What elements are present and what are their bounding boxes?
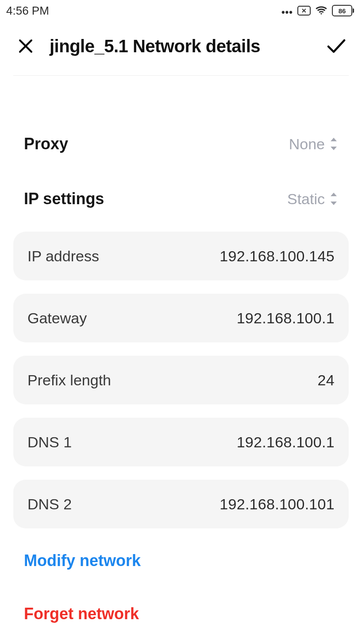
chevron-updown-icon bbox=[329, 193, 338, 205]
status-time: 4:56 PM bbox=[6, 4, 49, 18]
ip-settings-value-select: Static bbox=[287, 190, 338, 208]
prefix-length-value: 24 bbox=[318, 372, 335, 389]
close-button[interactable] bbox=[13, 34, 38, 58]
dns2-label: DNS 2 bbox=[27, 496, 72, 513]
header: jingle_5.1 Network details bbox=[0, 21, 362, 75]
chevron-updown-icon bbox=[329, 138, 338, 150]
prefix-length-field[interactable]: Prefix length 24 bbox=[13, 356, 349, 404]
proxy-value-select: None bbox=[289, 136, 338, 153]
battery-icon: 86 bbox=[332, 5, 354, 16]
dns2-value: 192.168.100.101 bbox=[220, 496, 335, 513]
gateway-value: 192.168.100.1 bbox=[237, 310, 335, 327]
forget-network-link[interactable]: Forget network bbox=[0, 595, 362, 633]
status-bar: 4:56 PM ••• ✕ 86 bbox=[0, 0, 362, 21]
gateway-field[interactable]: Gateway 192.168.100.1 bbox=[13, 294, 349, 342]
sim-icon: ✕ bbox=[297, 6, 311, 16]
more-icon: ••• bbox=[281, 7, 293, 18]
dns1-value: 192.168.100.1 bbox=[237, 434, 335, 451]
modify-network-link[interactable]: Modify network bbox=[0, 542, 362, 580]
close-icon bbox=[18, 39, 33, 54]
page-title: jingle_5.1 Network details bbox=[50, 36, 312, 56]
proxy-value: None bbox=[289, 136, 325, 153]
prefix-length-label: Prefix length bbox=[27, 372, 111, 389]
check-icon bbox=[327, 39, 346, 54]
proxy-row[interactable]: Proxy None bbox=[0, 116, 362, 171]
battery-level: 86 bbox=[339, 8, 346, 14]
status-right: ••• ✕ 86 bbox=[281, 5, 354, 16]
gateway-label: Gateway bbox=[27, 310, 87, 327]
ip-address-label: IP address bbox=[27, 248, 99, 265]
content: Proxy None IP settings Static IP address… bbox=[0, 76, 362, 633]
ip-address-value: 192.168.100.145 bbox=[220, 248, 335, 265]
proxy-label: Proxy bbox=[24, 135, 68, 153]
ip-settings-value: Static bbox=[287, 190, 325, 208]
ip-address-field[interactable]: IP address 192.168.100.145 bbox=[13, 232, 349, 280]
dns1-label: DNS 1 bbox=[27, 434, 72, 451]
wifi-icon bbox=[315, 6, 327, 16]
dns2-field[interactable]: DNS 2 192.168.100.101 bbox=[13, 480, 349, 528]
confirm-button[interactable] bbox=[324, 34, 349, 58]
ip-settings-row[interactable]: IP settings Static bbox=[0, 171, 362, 226]
ip-settings-label: IP settings bbox=[24, 190, 104, 208]
dns1-field[interactable]: DNS 1 192.168.100.1 bbox=[13, 418, 349, 466]
